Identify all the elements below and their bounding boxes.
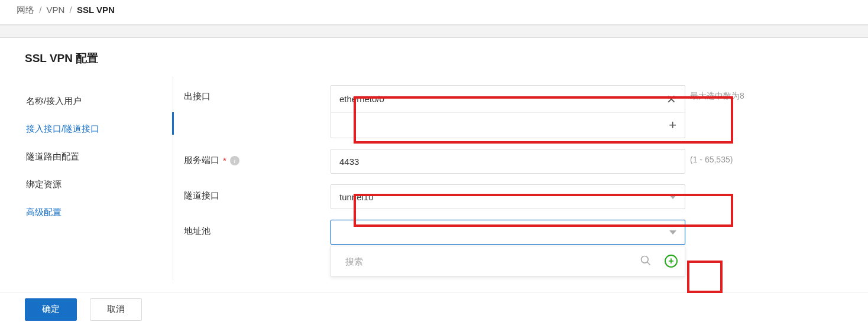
ok-button[interactable]: 确定 xyxy=(25,298,77,321)
info-icon[interactable]: i xyxy=(230,156,239,165)
dropdown-search-input[interactable] xyxy=(345,256,640,266)
label-out-interface: 出接口 xyxy=(184,85,331,102)
footer-actions: 确定 取消 xyxy=(0,292,868,326)
out-interface-multiselect[interactable]: ethernet0/0 ✕ + xyxy=(331,85,685,138)
svg-line-1 xyxy=(647,262,650,265)
breadcrumb-seg-sslvpn: SSL VPN xyxy=(77,5,115,15)
sidenav-item-bind-resource[interactable]: 绑定资源 xyxy=(25,171,173,198)
address-pool-select[interactable] xyxy=(331,220,685,245)
tunnel-interface-value: tunnel10 xyxy=(339,192,669,202)
address-pool-dropdown: + xyxy=(331,246,685,276)
chevron-down-icon xyxy=(669,195,676,199)
label-service-port: 服务端口 * i xyxy=(184,149,331,166)
out-interface-value: ethernet0/0 xyxy=(339,94,384,104)
plus-icon[interactable]: + xyxy=(669,119,676,132)
service-port-hint: (1 - 65,535) xyxy=(690,155,733,164)
sidenav-item-name-user[interactable]: 名称/接入用户 xyxy=(25,87,173,115)
sidenav-item-tunnel-route[interactable]: 隧道路由配置 xyxy=(25,143,173,171)
breadcrumb-seg-vpn[interactable]: VPN xyxy=(47,5,65,15)
row-out-interface: 出接口 ethernet0/0 ✕ + 最大选中数为8 xyxy=(184,85,843,138)
side-nav: 名称/接入用户 接入接口/隧道接口 隧道路由配置 绑定资源 高级配置 xyxy=(25,77,173,280)
label-address-pool: 地址池 xyxy=(184,220,331,237)
form-area: 出接口 ethernet0/0 ✕ + 最大选中数为8 xyxy=(184,77,843,280)
breadcrumb-separator: / xyxy=(39,5,41,15)
side-divider xyxy=(173,77,173,280)
tunnel-interface-select[interactable]: tunnel10 xyxy=(331,184,685,209)
dropdown-search-box[interactable] xyxy=(338,250,659,272)
chevron-down-icon xyxy=(669,230,676,235)
close-icon[interactable]: ✕ xyxy=(666,93,676,105)
breadcrumb-seg-network[interactable]: 网络 xyxy=(17,5,34,15)
page-title: SSL VPN 配置 xyxy=(0,38,868,77)
label-tunnel-interface: 隧道接口 xyxy=(184,184,331,201)
required-mark: * xyxy=(223,155,226,165)
row-service-port: 服务端口 * i (1 - 65,535) xyxy=(184,149,843,174)
row-tunnel-interface: 隧道接口 tunnel10 xyxy=(184,184,843,209)
breadcrumb: 网络 / VPN / SSL VPN xyxy=(0,0,868,25)
section-gap xyxy=(0,25,868,38)
add-address-pool-button[interactable]: + xyxy=(665,255,678,268)
service-port-input[interactable] xyxy=(331,149,685,174)
cancel-button[interactable]: 取消 xyxy=(90,298,142,321)
service-port-field[interactable] xyxy=(339,157,676,167)
svg-point-0 xyxy=(642,256,649,263)
search-icon xyxy=(640,255,652,268)
sidenav-item-advanced[interactable]: 高级配置 xyxy=(25,198,173,226)
active-indicator xyxy=(172,112,174,135)
sidenav-item-interface-tunnel[interactable]: 接入接口/隧道接口 xyxy=(25,115,173,143)
row-address-pool: 地址池 xyxy=(184,220,843,245)
out-interface-hint: 最大选中数为8 xyxy=(690,91,744,102)
breadcrumb-separator: / xyxy=(70,5,72,15)
